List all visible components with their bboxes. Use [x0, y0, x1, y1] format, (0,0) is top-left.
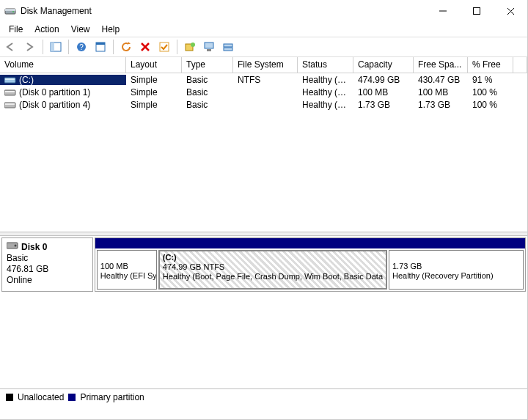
show-hide-tree-button[interactable] — [48, 39, 64, 55]
svg-rect-4 — [474, 8, 480, 15]
toolbar-separator — [68, 40, 69, 54]
toolbar-separator — [177, 40, 177, 54]
cell-type: Basic — [182, 87, 233, 97]
new-button[interactable] — [182, 39, 198, 55]
col-type[interactable]: Type — [182, 57, 233, 73]
col-capacity[interactable]: Capacity — [353, 57, 414, 73]
svg-rect-12 — [96, 43, 105, 45]
col-filesystem[interactable]: File System — [233, 57, 298, 73]
legend: Unallocated Primary partition — [0, 388, 527, 405]
toolbar-separator — [43, 40, 43, 54]
cell-fs: NTFS — [233, 75, 298, 85]
partition-map: 100 MB Healthy (EFI System (C:) 474.99 G… — [95, 237, 526, 292]
back-button[interactable] — [3, 39, 19, 55]
title-bar: Disk Management — [0, 0, 527, 22]
toolbar-separator — [113, 40, 114, 54]
volume-row[interactable]: (Disk 0 partition 4) Simple Basic Health… — [0, 98, 527, 111]
disk-icon — [7, 241, 18, 253]
part-size: 1.73 GB — [392, 262, 520, 271]
cell-type: Basic — [182, 75, 233, 85]
cell-free: 430.47 GB — [414, 75, 468, 85]
swatch-unallocated — [6, 394, 13, 401]
menu-help[interactable]: Help — [96, 22, 126, 37]
svg-text:?: ? — [79, 43, 84, 51]
partition-recovery[interactable]: 1.73 GB Healthy (Recovery Partition) — [389, 250, 524, 290]
svg-point-17 — [191, 43, 195, 47]
menu-bar: File Action View Help — [0, 22, 527, 37]
window-title: Disk Management — [21, 6, 426, 16]
svg-rect-25 — [5, 91, 15, 92]
svg-rect-20 — [224, 44, 232, 47]
volume-list-header: Volume Layout Type File System Status Ca… — [0, 57, 527, 73]
window-controls — [426, 0, 527, 22]
refresh-button[interactable] — [118, 39, 134, 55]
volume-name: (Disk 0 partition 1) — [19, 87, 90, 97]
cell-pfree: 100 % — [468, 100, 513, 110]
app-icon — [4, 5, 16, 17]
disk-info[interactable]: Disk 0 Basic 476.81 GB Online — [1, 237, 93, 292]
apply-button[interactable] — [156, 39, 172, 55]
part-title: (C:) — [163, 253, 383, 262]
cell-status: Healthy (B... — [298, 75, 353, 85]
svg-rect-8 — [51, 43, 54, 51]
svg-point-29 — [15, 245, 17, 247]
legend-unallocated: Unallocated — [18, 392, 64, 402]
cell-capacity: 100 MB — [353, 87, 414, 97]
settings-top-icon[interactable] — [201, 39, 217, 55]
part-status: Healthy (Boot, Page File, Crash Dump, Wi… — [163, 272, 383, 281]
drive-icon — [4, 88, 16, 97]
svg-rect-19 — [207, 49, 211, 51]
volume-name: (C:) — [19, 75, 34, 85]
delete-button[interactable] — [137, 39, 153, 55]
forward-button[interactable] — [22, 39, 38, 55]
col-percentfree[interactable]: % Free — [468, 57, 513, 73]
settings-bottom-icon[interactable] — [220, 39, 236, 55]
cell-status: Healthy (E... — [298, 87, 353, 97]
toolbar: ? — [0, 37, 527, 57]
swatch-primary — [68, 394, 76, 401]
cell-free: 1.73 GB — [414, 100, 468, 110]
volume-row[interactable]: (Disk 0 partition 1) Simple Basic Health… — [0, 86, 527, 98]
svg-rect-18 — [205, 43, 213, 48]
volume-row[interactable]: (C:) Simple Basic NTFS Healthy (B... 474… — [0, 73, 527, 86]
svg-rect-27 — [5, 103, 15, 105]
minimize-button[interactable] — [426, 0, 460, 22]
disk-name: Disk 0 — [21, 242, 47, 253]
part-size: 474.99 GB NTFS — [163, 262, 383, 272]
disk-graph-pane: Disk 0 Basic 476.81 GB Online 100 MB Hea… — [0, 236, 527, 293]
volume-name: (Disk 0 partition 4) — [19, 100, 90, 110]
col-layout[interactable]: Layout — [126, 57, 182, 73]
col-status[interactable]: Status — [298, 57, 353, 73]
cell-status: Healthy (R... — [298, 100, 353, 110]
close-button[interactable] — [494, 0, 527, 22]
maximize-button[interactable] — [460, 0, 494, 22]
svg-rect-1 — [5, 9, 15, 11]
cell-capacity: 1.73 GB — [353, 100, 414, 110]
help-button[interactable]: ? — [73, 39, 89, 55]
menu-file[interactable]: File — [3, 22, 29, 37]
volume-list[interactable]: (C:) Simple Basic NTFS Healthy (B... 474… — [0, 73, 527, 232]
part-status: Healthy (Recovery Partition) — [392, 271, 520, 281]
partition-colorbar — [95, 238, 525, 248]
cell-capacity: 474.99 GB — [353, 75, 414, 85]
part-size: 100 MB — [100, 262, 153, 271]
menu-action[interactable]: Action — [29, 22, 65, 37]
legend-primary: Primary partition — [80, 392, 144, 402]
col-spacer — [513, 57, 527, 73]
cell-pfree: 91 % — [468, 75, 513, 85]
cell-free: 100 MB — [414, 87, 468, 97]
partition-c[interactable]: (C:) 474.99 GB NTFS Healthy (Boot, Page … — [158, 250, 387, 290]
drive-icon — [4, 75, 16, 84]
cell-layout: Simple — [126, 75, 182, 85]
col-volume[interactable]: Volume — [0, 57, 126, 73]
cell-layout: Simple — [126, 87, 182, 97]
svg-rect-21 — [224, 48, 232, 51]
disk-size: 476.81 GB — [7, 264, 88, 275]
col-freespace[interactable]: Free Spa... — [414, 57, 468, 73]
menu-view[interactable]: View — [65, 22, 96, 37]
properties-button[interactable] — [92, 39, 109, 55]
partition-efi[interactable]: 100 MB Healthy (EFI System — [97, 250, 157, 290]
cell-layout: Simple — [126, 100, 182, 110]
cell-type: Basic — [182, 100, 233, 110]
svg-rect-23 — [5, 78, 15, 80]
